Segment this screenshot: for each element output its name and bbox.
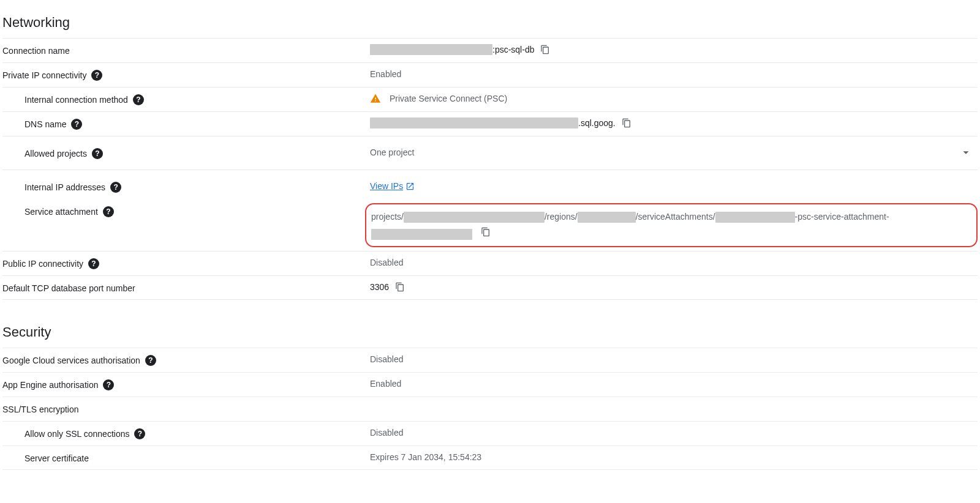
value-gcs-auth: Disabled [370,353,978,365]
row-service-attachment: Service attachment ? projects//regions//… [2,199,978,251]
row-app-engine-auth: App Engine authorisation ? Enabled [2,372,978,397]
label-dns-name: DNS name ? [2,117,370,130]
label-text: DNS name [24,118,66,130]
help-icon[interactable]: ? [71,119,82,130]
row-allowed-projects: Allowed projects ? One project [2,136,978,170]
value-dns-name: .sql.goog. [370,117,978,129]
value-public-ip: Disabled [370,256,978,269]
label-private-ip: Private IP connectivity ? [2,68,370,81]
label-text: Connection name [2,45,70,57]
dns-suffix: .sql.goog. [578,117,616,129]
redacted-block [371,229,472,240]
help-icon[interactable]: ? [88,258,99,269]
row-tcp-port: Default TCP database port number 3306 [2,275,978,300]
port-text: 3306 [370,281,389,293]
redacted-block [715,212,795,223]
redacted-block [370,44,492,55]
label-connection-name: Connection name [2,43,370,57]
row-internal-ips: Internal IP addresses ? View IPs [2,175,978,199]
help-icon[interactable]: ? [145,355,156,366]
label-app-engine-auth: App Engine authorisation ? [2,378,370,391]
label-allow-only-ssl: Allow only SSL connections ? [2,427,370,440]
service-attachment-value: projects//regions//serviceAttachments/-p… [371,208,970,242]
label-text: Public IP connectivity [2,258,83,270]
label-service-attachment: Service attachment ? [2,204,370,218]
allowed-projects-text: One project [370,146,414,158]
label-text: SSL/TLS encryption [2,403,79,415]
help-icon[interactable]: ? [91,70,102,81]
expand-button[interactable] [959,146,973,159]
label-gcs-auth: Google Cloud services authorisation ? [2,353,370,367]
value-connection-name: :psc-sql-db [370,43,978,56]
label-server-cert: Server certificate [2,451,370,464]
label-allowed-projects: Allowed projects ? [2,146,370,160]
label-ssl-tls: SSL/TLS encryption [2,402,370,415]
label-text: Allowed projects [24,147,87,160]
sa-part: /serviceAttachments/ [636,212,715,222]
value-app-engine-auth: Enabled [370,378,978,390]
help-icon[interactable]: ? [133,94,144,105]
redacted-block [404,212,545,223]
section-title-security: Security [2,324,978,340]
label-text: Internal IP addresses [24,181,105,193]
label-text: Service attachment [24,206,98,218]
redacted-block [578,212,636,223]
value-allowed-projects: One project [370,146,978,158]
copy-icon[interactable] [481,227,491,237]
row-server-cert: Server certificate Expires 7 Jan 2034, 1… [2,445,978,470]
row-dns-name: DNS name ? .sql.goog. [2,111,978,136]
row-connection-name: Connection name :psc-sql-db [2,38,978,62]
label-text: App Engine authorisation [2,379,98,391]
label-text: Server certificate [24,452,89,464]
internal-method-text: Private Service Connect (PSC) [390,92,507,105]
help-icon[interactable]: ? [103,379,114,390]
label-internal-method: Internal connection method ? [2,92,370,106]
label-public-ip: Public IP connectivity ? [2,256,370,270]
sa-part: projects/ [371,212,404,222]
warning-icon [370,93,381,104]
connection-name-suffix: :psc-sql-db [492,43,534,56]
sa-part: /regions/ [545,212,578,222]
help-icon[interactable]: ? [110,182,121,193]
section-title-networking: Networking [2,15,978,31]
sa-part: -psc-service-attachment- [795,212,889,222]
copy-icon[interactable] [622,118,631,128]
row-ssl-tls: SSL/TLS encryption [2,397,978,421]
value-service-attachment: projects//regions//serviceAttachments/-p… [365,203,978,247]
value-tcp-port: 3306 [370,281,978,293]
label-text: Internal connection method [24,94,128,106]
help-icon[interactable]: ? [103,206,114,217]
row-internal-method: Internal connection method ? Private Ser… [2,87,978,111]
label-text: Default TCP database port number [2,282,135,294]
help-icon[interactable]: ? [92,148,103,159]
label-text: Google Cloud services authorisation [2,354,140,367]
label-text: Allow only SSL connections [24,428,129,440]
redacted-block [370,117,578,129]
label-text: Private IP connectivity [2,69,86,81]
value-private-ip: Enabled [370,68,978,80]
value-internal-ips: View IPs [370,180,978,192]
copy-icon[interactable] [540,45,550,54]
value-server-cert: Expires 7 Jan 2034, 15:54:23 [370,451,978,463]
row-allow-only-ssl: Allow only SSL connections ? Disabled [2,421,978,445]
value-allow-only-ssl: Disabled [370,427,978,439]
help-icon[interactable]: ? [134,428,145,439]
row-private-ip: Private IP connectivity ? Enabled [2,62,978,87]
view-ips-link[interactable]: View IPs [370,180,415,192]
label-tcp-port: Default TCP database port number [2,281,370,294]
value-internal-method: Private Service Connect (PSC) [370,92,978,105]
label-internal-ips: Internal IP addresses ? [2,180,370,193]
link-text: View IPs [370,180,403,192]
copy-icon[interactable] [395,282,405,292]
external-link-icon [405,182,415,191]
row-gcs-auth: Google Cloud services authorisation ? Di… [2,348,978,372]
row-public-ip: Public IP connectivity ? Disabled [2,251,978,275]
